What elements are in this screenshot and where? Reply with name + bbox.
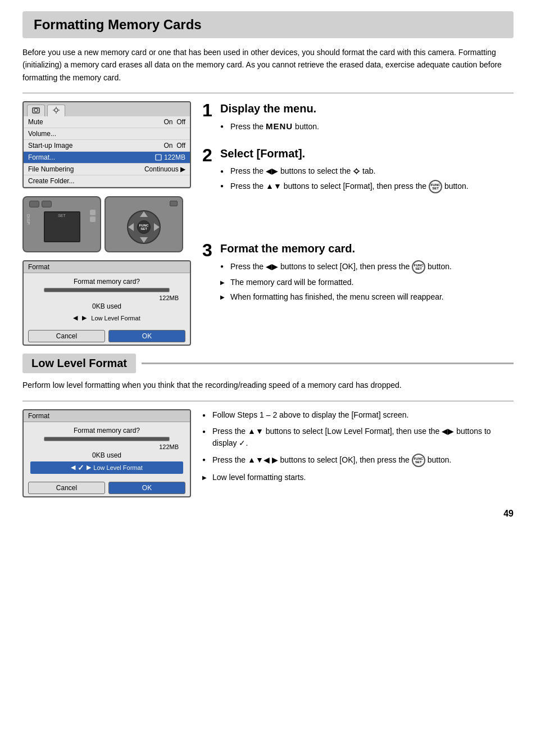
menu-label-format: Format... [28,153,55,161]
step-2-number: 2 [202,146,216,196]
page-number: 49 [22,509,514,519]
step-2-block: 2 Select [Format]. Press the ◀▶ buttons … [202,146,514,196]
ll-bullet-3: Press the ▲▼◀ ▶ buttons to select [OK], … [202,454,514,467]
ll-check-left: ◀ [71,464,75,471]
menu-label-volume: Volume... [28,130,56,138]
dialog-buttons: Cancel OK [24,328,190,345]
step-3-bullet-3: When formatting has finished, the menu s… [220,291,452,303]
menu-label-mute: Mute [28,118,43,126]
step-1-bullet-1: Press the MENU button. [220,120,319,133]
steps-1-2-container: Mute On Off Volume... Start-up Image On … [22,101,514,346]
func-set-btn-3-icon: FUNCSET [412,454,425,467]
camera-top-right [170,201,178,206]
ll-label-2: Low Level Format [93,464,142,471]
menu-row-volume: Volume... [24,128,190,140]
ll-bullet-4: Low level formatting starts. [202,472,514,483]
camera-menu-screenshot: Mute On Off Volume... Start-up Image On … [22,101,191,188]
ll-right-arrow: ▶ [82,314,87,322]
ud-arrows-2-icon: ▲▼ [248,427,264,436]
step-3-title: Format the memory card. [220,241,452,256]
ll-selected-row: ◀ ✓ ▶ Low Level Format [30,461,183,474]
menu-row-startup: Start-up Image On Off [24,140,190,152]
checkmark-icon: ✓ [78,463,84,472]
lr-arrows-icon: ◀▶ [266,166,278,175]
menu-value-format: 122MB [155,153,185,161]
step-3-bullets: Press the ◀▶ buttons to select [OK], the… [220,260,452,303]
ll-bullet-1: Follow Steps 1 – 2 above to display the … [202,409,514,421]
ll-ok-button[interactable]: OK [108,482,185,494]
ll-bullet-2: Press the ▲▼ buttons to select [Low Leve… [202,425,514,449]
used-label: 0KB used [28,302,185,310]
format-question: Format memory card? [28,278,185,286]
settings-tab-icon [353,166,362,175]
step-3-block: 3 Format the memory card. Press the ◀▶ b… [202,241,514,306]
progress-fill [44,288,169,292]
svg-point-2 [54,108,58,112]
lr-arrows-3-icon: ◀▶ [442,427,454,436]
right-steps-col: 1 Display the menu. Press the MENU butto… [191,101,514,346]
ok-button[interactable]: OK [108,330,185,342]
low-level-rule [22,401,514,401]
step-1-bullets: Press the MENU button. [220,120,319,133]
ll-dialog-body: Format memory card? 122MB 0KB used ◀ ✓ ▶… [24,422,190,479]
divider-line [142,363,514,364]
menu-row-format: Format... 122MB [24,152,190,164]
nav-pad: FUNCSET [127,210,161,244]
low-level-section-divider: Low Level Format [22,354,514,373]
low-level-intro: Perform low level formatting when you th… [22,379,514,391]
ll-size-label: 122MB [28,443,185,450]
bottom-left-col: Format Format memory card? 122MB 0KB use… [22,409,191,497]
cancel-button[interactable]: Cancel [28,330,105,342]
ud-arrows-icon: ▲▼ [266,181,281,190]
format-dialog-ll: Format Format memory card? 122MB 0KB use… [22,409,191,497]
low-level-title: Low Level Format [22,354,136,373]
step-1-block: 1 Display the menu. Press the MENU butto… [202,101,514,136]
menu-row-filenumbering: File Numbering Continuous ▶ [24,164,190,175]
step-2-content: Select [Format]. Press the ◀▶ buttons to… [220,146,469,196]
menu-label-createfolder: Create Folder... [28,177,75,185]
camera-btn-2 [42,201,52,207]
format-dialog-step3: Format Format memory card? 122MB 0KB use… [22,260,191,346]
ll-left-arrow: ◀ [73,314,78,322]
camera-top-buttons [29,201,52,207]
func-set-btn-2-icon: FUNCSET [412,260,425,274]
menu-row-mute: Mute On Off [24,116,190,128]
intro-text: Before you use a new memory card or one … [22,46,514,84]
lr-arrows-2-icon: ◀▶ [266,261,278,270]
camera-label-disp: DISP. [26,214,31,225]
ll-cancel-button[interactable]: Cancel [28,482,105,494]
camera-body-left: SET DISP. [22,196,101,252]
menu-tab-camera [27,105,45,116]
size-label: 122MB [28,295,185,301]
nav-right-arrow [154,223,160,231]
step-2-bullet-2: Press the ▲▼ buttons to select [Format],… [220,180,469,193]
right-arrow-icon: ▶ [272,455,278,464]
step-1-number: 1 [202,101,216,136]
step-3-bullet-2: The memory card will be formatted. [220,277,452,288]
low-level-row: ◀ ▶ Low Level Format [28,313,185,323]
menu-value-mute: On Off [164,118,185,126]
camera-screen: SET [44,211,80,242]
menu-items-list: Mute On Off Volume... Start-up Image On … [24,116,190,187]
dialog-body: Format memory card? 122MB 0KB used ◀ ▶ L… [24,273,190,328]
camera-btn-1 [29,201,39,207]
step-2-bullet-1: Press the ◀▶ buttons to select the tab. [220,165,469,177]
svg-point-1 [34,108,38,112]
dialog-title: Format [24,261,190,273]
menu-value-filenumbering: Continuous ▶ [144,165,185,173]
left-screenshots: Mute On Off Volume... Start-up Image On … [22,101,191,346]
page-title: Formatting Memory Cards [22,11,514,38]
func-set-center: FUNCSET [137,220,151,234]
ll-dialog-title: Format [24,410,190,422]
nav-down-arrow [140,237,148,243]
menu-tab-settings [47,105,65,116]
ll-format-question: Format memory card? [28,427,185,434]
nav-btn-2 [90,216,96,222]
svg-rect-7 [156,155,161,160]
step-3-content: Format the memory card. Press the ◀▶ but… [220,241,452,306]
func-set-btn-icon: FUNCSET [429,180,442,193]
nav-up-arrow [140,211,148,217]
nav-left-arrow [128,223,134,231]
camera-illustration: SET DISP. [22,194,191,255]
ud-lr-arrows-icon: ▲▼◀ [248,455,270,464]
